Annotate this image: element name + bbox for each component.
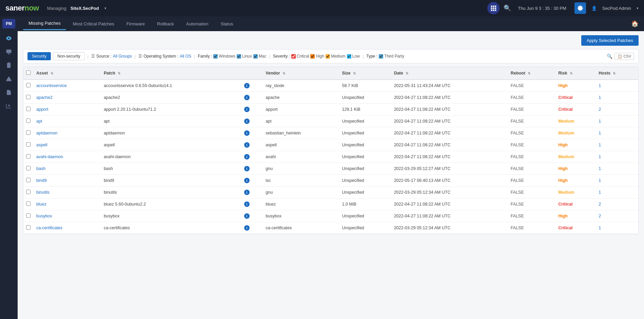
sidebar-icon-eye[interactable] — [2, 32, 15, 45]
row-checkbox-cell[interactable] — [23, 151, 34, 163]
cell-info-7[interactable]: i — [240, 163, 263, 175]
os-value[interactable]: All OS — [180, 54, 191, 59]
asset-link-0[interactable]: accountsservice — [36, 83, 67, 88]
high-checkbox[interactable] — [310, 54, 315, 59]
row-checkbox-5[interactable] — [26, 142, 31, 147]
th-date[interactable]: Date ⇅ — [391, 67, 508, 80]
linux-checkbox-label[interactable]: Linux — [237, 54, 252, 59]
row-checkbox-1[interactable] — [26, 95, 31, 99]
sidebar-pm-label[interactable]: PM — [2, 19, 15, 28]
site-name[interactable]: SiteX.SecPod — [71, 6, 99, 11]
linux-checkbox[interactable] — [237, 54, 241, 59]
row-checkbox-cell[interactable] — [23, 92, 34, 104]
cell-info-1[interactable]: i — [240, 92, 263, 104]
row-checkbox-cell[interactable] — [23, 210, 34, 222]
sidebar-icon-alert[interactable] — [2, 72, 15, 85]
row-checkbox-11[interactable] — [26, 213, 31, 218]
asset-link-8[interactable]: bind9 — [36, 178, 47, 183]
info-icon-6[interactable]: i — [244, 154, 250, 160]
info-icon-10[interactable]: i — [244, 201, 250, 207]
hosts-link-7[interactable]: 1 — [599, 166, 601, 171]
user-label[interactable]: SecPod Admin — [602, 6, 631, 11]
user-dropdown-arrow[interactable]: ▾ — [637, 6, 639, 10]
row-checkbox-cell[interactable] — [23, 115, 34, 127]
filter-search-icon[interactable]: 🔍 — [607, 54, 612, 59]
low-checkbox-label[interactable]: Low — [347, 54, 360, 59]
row-checkbox-cell[interactable] — [23, 198, 34, 210]
asset-link-7[interactable]: bash — [36, 166, 45, 171]
row-checkbox-7[interactable] — [26, 166, 31, 170]
asset-link-11[interactable]: busybox — [36, 214, 52, 218]
high-checkbox-label[interactable]: High — [310, 54, 324, 59]
asset-link-10[interactable]: bluez — [36, 202, 46, 207]
nav-status[interactable]: Status — [215, 18, 239, 30]
row-checkbox-cell[interactable] — [23, 104, 34, 115]
medium-checkbox-label[interactable]: Medium — [326, 54, 346, 59]
critical-checkbox-label[interactable]: Critical — [291, 54, 309, 59]
home-icon[interactable]: 🏠 — [631, 20, 639, 27]
hosts-link-5[interactable]: 1 — [599, 143, 601, 147]
row-checkbox-12[interactable] — [26, 225, 31, 230]
sidebar-icon-doc[interactable] — [2, 86, 15, 99]
row-checkbox-cell[interactable] — [23, 187, 34, 198]
th-hosts[interactable]: Hosts ⇅ — [596, 67, 638, 80]
info-icon-5[interactable]: i — [244, 142, 250, 148]
low-checkbox[interactable] — [347, 54, 351, 59]
row-checkbox-0[interactable] — [26, 83, 31, 87]
grid-icon[interactable] — [487, 2, 500, 14]
info-icon-1[interactable]: i — [244, 95, 250, 100]
non-security-filter-button[interactable]: Non-security — [53, 52, 84, 60]
info-icon-0[interactable]: i — [244, 83, 250, 88]
row-checkbox-cell[interactable] — [23, 222, 34, 234]
windows-checkbox-label[interactable]: Windows — [213, 54, 235, 59]
cell-info-9[interactable]: i — [240, 187, 263, 198]
info-icon-8[interactable]: i — [244, 178, 250, 183]
apply-patches-button[interactable]: Apply Selected Patches — [581, 35, 639, 46]
mac-checkbox-label[interactable]: Mac — [253, 54, 267, 59]
asset-link-4[interactable]: aptdaemon — [36, 131, 58, 135]
cell-info-5[interactable]: i — [240, 139, 263, 151]
nav-missing-patches[interactable]: Missing Patches — [23, 17, 66, 30]
nav-firmware[interactable]: Firmware — [121, 18, 150, 30]
settings-icon[interactable] — [574, 2, 586, 14]
cell-info-8[interactable]: i — [240, 175, 263, 187]
row-checkbox-9[interactable] — [26, 190, 31, 194]
cell-info-12[interactable]: i — [240, 222, 263, 234]
hosts-link-11[interactable]: 2 — [599, 214, 601, 218]
csv-button[interactable]: 📋 CSV — [614, 53, 634, 60]
th-asset[interactable]: Asset ⇅ — [34, 67, 101, 80]
row-checkbox-cell[interactable] — [23, 80, 34, 92]
cell-info-4[interactable]: i — [240, 127, 263, 139]
row-checkbox-6[interactable] — [26, 154, 31, 158]
asset-link-2[interactable]: apport — [36, 107, 48, 112]
cell-info-11[interactable]: i — [240, 210, 263, 222]
row-checkbox-8[interactable] — [26, 178, 31, 182]
asset-link-5[interactable]: aspell — [36, 143, 47, 147]
critical-checkbox[interactable] — [291, 54, 296, 59]
row-checkbox-4[interactable] — [26, 130, 31, 135]
info-icon-11[interactable]: i — [244, 213, 250, 219]
info-icon-4[interactable]: i — [244, 130, 250, 136]
site-dropdown-arrow[interactable]: ▾ — [104, 6, 106, 10]
th-patch[interactable]: Patch ⇅ — [101, 67, 240, 80]
select-all-checkbox[interactable] — [26, 70, 31, 75]
asset-link-12[interactable]: ca-certificates — [36, 226, 62, 230]
hosts-link-1[interactable]: 1 — [599, 95, 601, 100]
th-risk[interactable]: Risk ⇅ — [555, 67, 596, 80]
info-icon-3[interactable]: i — [244, 119, 250, 124]
thirdparty-checkbox[interactable] — [379, 54, 383, 59]
nav-rollback[interactable]: Rollback — [152, 18, 179, 30]
hosts-link-2[interactable]: 2 — [599, 107, 601, 112]
medium-checkbox[interactable] — [326, 54, 330, 59]
asset-link-1[interactable]: apache2 — [36, 95, 53, 100]
asset-link-6[interactable]: avahi-daemon — [36, 154, 63, 159]
sidebar-icon-monitor[interactable] — [2, 45, 15, 58]
mac-checkbox[interactable] — [253, 54, 258, 59]
cell-info-6[interactable]: i — [240, 151, 263, 163]
info-icon-7[interactable]: i — [244, 166, 250, 171]
hosts-link-6[interactable]: 1 — [599, 154, 601, 159]
row-checkbox-10[interactable] — [26, 201, 31, 206]
sidebar-icon-export[interactable] — [2, 100, 15, 112]
row-checkbox-cell[interactable] — [23, 127, 34, 139]
search-icon-top[interactable]: 🔍 — [504, 4, 511, 12]
